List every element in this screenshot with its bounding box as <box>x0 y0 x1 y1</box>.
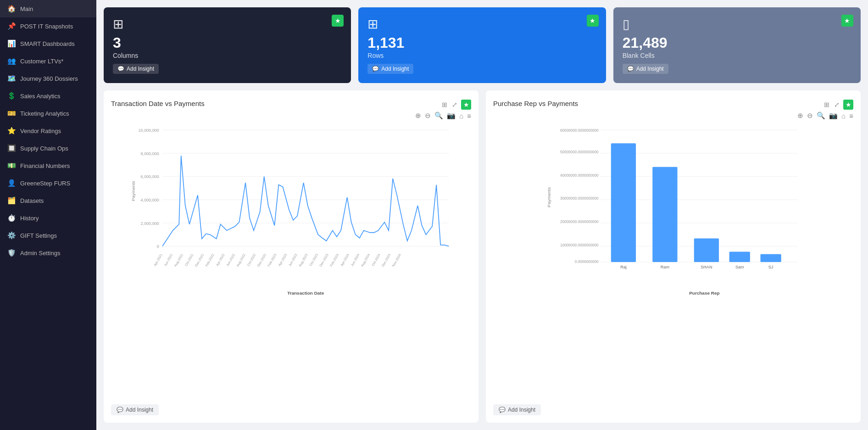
sidebar-item-main[interactable]: 🏠Main <box>0 0 96 17</box>
sidebar-item-ticketing-analytics[interactable]: 🎫Ticketing Analytics <box>0 105 96 122</box>
bar-shan[interactable] <box>694 238 719 262</box>
svg-text:Apr-2022: Apr-2022 <box>215 253 226 267</box>
columns-card-icon: ⊞ <box>113 17 342 32</box>
svg-text:10,000,000: 10,000,000 <box>139 128 159 133</box>
bar-ram[interactable] <box>652 167 677 262</box>
line-chart-expand-icon[interactable]: ⤢ <box>451 100 458 109</box>
bar-chart-table-icon[interactable]: ⊞ <box>823 100 830 109</box>
blank-cells-add-insight-button[interactable]: 💬 Add Insight <box>623 64 668 74</box>
comment-icon: 💬 <box>117 66 124 72</box>
rows-value: 1,131 <box>367 35 596 50</box>
sidebar-label-gift-settings: GIFT Settings <box>20 232 57 239</box>
svg-text:Dec-2021: Dec-2021 <box>194 253 205 268</box>
zoom-in-button[interactable]: ⊕ <box>415 112 421 120</box>
bar-chart-footer: 💬 Add Insight <box>493 404 853 415</box>
sidebar-item-gift-settings[interactable]: ⚙️GIFT Settings <box>0 227 96 244</box>
sidebar-item-supply-chain[interactable]: 🔲Supply Chain Ops <box>0 140 96 157</box>
svg-text:Payments: Payments <box>546 187 551 207</box>
line-chart-table-icon[interactable]: ⊞ <box>441 100 448 109</box>
svg-text:Apr-2023: Apr-2023 <box>278 253 288 267</box>
bar-chart-header: Purchase Rep vs Payments ⊞ ⤢ ★ <box>493 100 853 110</box>
sidebar-icon-gift-settings: ⚙️ <box>7 231 16 240</box>
blank-cells-card-icon: ▯ <box>623 17 851 32</box>
svg-text:Oct-2023: Oct-2023 <box>308 253 319 267</box>
line-chart-star-button[interactable]: ★ <box>461 100 471 110</box>
sidebar-label-vendor-ratings: Vendor Ratings <box>20 128 61 134</box>
svg-text:Transaction Date: Transaction Date <box>287 290 324 296</box>
bar-zoom-home-button[interactable]: ⌂ <box>841 112 846 120</box>
bar-chart-expand-icon[interactable]: ⤢ <box>833 100 840 109</box>
bar-zoom-camera-button[interactable]: 📷 <box>829 112 838 120</box>
sidebar-item-datasets[interactable]: 🗂️Datasets <box>0 192 96 209</box>
bar-sam[interactable] <box>729 251 750 262</box>
bar-chart-star-button[interactable]: ★ <box>843 100 853 110</box>
sidebar-icon-supply-chain: 🔲 <box>7 144 16 152</box>
line-chart-tools: ⊞ ⤢ ★ <box>441 100 471 110</box>
rows-add-insight-button[interactable]: 💬 Add Insight <box>367 64 413 74</box>
svg-text:Dec-2024: Dec-2024 <box>381 253 391 268</box>
svg-text:Sam: Sam <box>735 265 744 269</box>
main-content: ★ ⊞ 3 Columns 💬 Add Insight ★ ⊞ 1,131 Ro… <box>96 0 868 430</box>
columns-label: Columns <box>113 52 342 59</box>
sidebar-item-admin-settings[interactable]: 🛡️Admin Settings <box>0 244 96 262</box>
svg-text:Oct-2022: Oct-2022 <box>246 253 257 267</box>
sidebar-label-datasets: Datasets <box>20 197 44 204</box>
zoom-menu-button[interactable]: ≡ <box>467 112 471 120</box>
sidebar-label-post-it: POST IT Snapshots <box>20 23 73 30</box>
svg-text:SJ: SJ <box>768 265 773 269</box>
bar-chart-add-insight-button[interactable]: 💬 Add Insight <box>493 404 541 415</box>
sidebar-item-greenestep-furs[interactable]: 👤GreeneStep FURS <box>0 174 96 192</box>
line-chart-add-insight-button[interactable]: 💬 Add Insight <box>111 404 159 415</box>
sidebar-item-journey-360[interactable]: 🗺️Journey 360 Dossiers <box>0 70 96 87</box>
sidebar-label-main: Main <box>20 6 33 12</box>
sidebar-item-history[interactable]: ⏱️History <box>0 209 96 227</box>
bar-zoom-in-button[interactable]: ⊕ <box>797 112 803 120</box>
sidebar-icon-admin-settings: 🛡️ <box>7 249 16 257</box>
sidebar-label-sales-analytics: Sales Analytics <box>20 93 60 100</box>
svg-text:Oct-2024: Oct-2024 <box>371 253 381 267</box>
sidebar-label-smart-dashboards: SMART Dashboards <box>20 40 75 47</box>
svg-text:Jun-2024: Jun-2024 <box>350 253 361 267</box>
bar-raj[interactable] <box>611 143 636 262</box>
bar-zoom-menu-button[interactable]: ≡ <box>849 112 853 120</box>
svg-text:Apr-2024: Apr-2024 <box>339 253 350 267</box>
line-chart-svg: 10,000,000 8,000,000 6,000,000 4,000,000… <box>111 123 471 297</box>
sidebar-label-greenestep-furs: GreeneStep FURS <box>20 180 70 187</box>
sidebar-label-customer-ltvs: Customer LTVs* <box>20 58 63 65</box>
sidebar-item-smart-dashboards[interactable]: 📊SMART Dashboards <box>0 35 96 52</box>
columns-card: ★ ⊞ 3 Columns 💬 Add Insight <box>104 7 351 83</box>
svg-text:Raj: Raj <box>620 265 627 269</box>
zoom-out-button[interactable]: ⊖ <box>425 112 431 120</box>
svg-text:6,000,000: 6,000,000 <box>141 174 159 179</box>
bar-chart-zoom-tools: ⊕ ⊖ 🔍 📷 ⌂ ≡ <box>493 112 853 120</box>
svg-text:10000000.0000000000: 10000000.0000000000 <box>560 243 599 247</box>
bar-chart-area: 60000000.0000000000 50000000.0000000000 … <box>493 123 853 399</box>
bar-zoom-search-button[interactable]: 🔍 <box>817 112 825 120</box>
bar-zoom-out-button[interactable]: ⊖ <box>807 112 813 120</box>
sidebar-icon-vendor-ratings: ⭐ <box>7 127 16 135</box>
bar-chart-title: Purchase Rep vs Payments <box>493 100 578 107</box>
bar-sj[interactable] <box>761 254 781 262</box>
zoom-camera-button[interactable]: 📷 <box>447 112 456 120</box>
zoom-search-button[interactable]: 🔍 <box>434 112 443 120</box>
svg-text:30000000.0000000000: 30000000.0000000000 <box>560 196 599 201</box>
sidebar-icon-sales-analytics: 💲 <box>7 92 16 100</box>
sidebar-icon-smart-dashboards: 📊 <box>7 39 16 48</box>
blank-cells-card: ★ ▯ 21,489 Blank Cells 💬 Add Insight <box>613 7 861 83</box>
sidebar-item-financial-numbers[interactable]: 💵Financial Numbers <box>0 157 96 174</box>
svg-text:Aug-2021: Aug-2021 <box>173 253 184 268</box>
sidebar-icon-financial-numbers: 💵 <box>7 162 16 170</box>
sidebar-icon-main: 🏠 <box>7 5 16 13</box>
svg-text:Ram: Ram <box>661 265 669 269</box>
sidebar-item-sales-analytics[interactable]: 💲Sales Analytics <box>0 87 96 105</box>
svg-text:Aug-2024: Aug-2024 <box>360 253 371 268</box>
columns-value: 3 <box>113 35 342 50</box>
rows-label: Rows <box>367 52 596 59</box>
sidebar-item-post-it[interactable]: 📌POST IT Snapshots <box>0 17 96 35</box>
sidebar-item-vendor-ratings[interactable]: ⭐Vendor Ratings <box>0 122 96 140</box>
svg-text:Dec-2023: Dec-2023 <box>318 253 329 268</box>
columns-add-insight-button[interactable]: 💬 Add Insight <box>113 64 159 74</box>
sidebar-item-customer-ltvs[interactable]: 👥Customer LTVs* <box>0 52 96 70</box>
zoom-home-button[interactable]: ⌂ <box>459 112 463 120</box>
line-chart-title: Transaction Date vs Payments <box>111 100 205 107</box>
